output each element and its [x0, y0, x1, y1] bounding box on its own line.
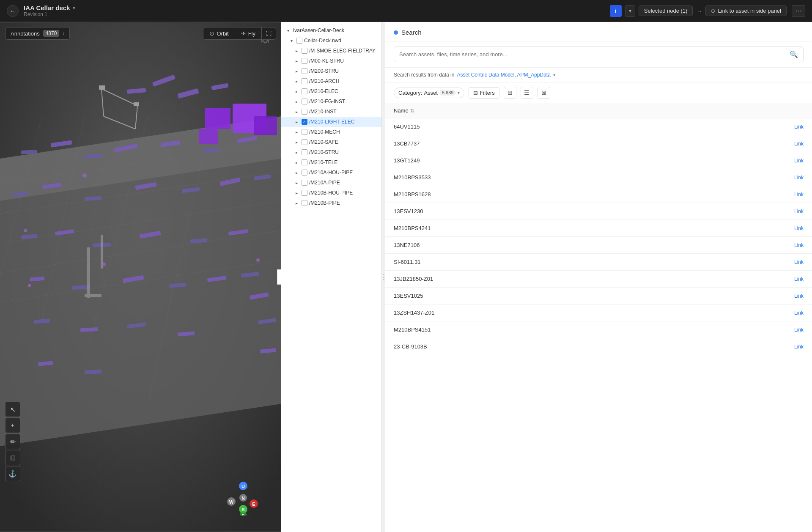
table-row-9[interactable]: 13JBZ1850-Z01 Link — [385, 271, 812, 288]
search-input[interactable] — [399, 51, 786, 58]
expand-icon[interactable]: ▸ — [293, 118, 300, 125]
tree-item-12[interactable]: ▸/M210-STRU — [281, 147, 381, 157]
tree-item-11[interactable]: ▸/M210-SAFE — [281, 137, 381, 147]
row-link-8[interactable]: Link — [778, 259, 804, 265]
checkbox[interactable] — [302, 99, 307, 104]
expand-icon[interactable]: ▸ — [293, 139, 300, 145]
tree-item-13[interactable]: ▸/M210-TELE — [281, 157, 381, 167]
tree-item-5[interactable]: ▸/M210-ARCH — [281, 76, 381, 86]
checkbox[interactable]: ✓ — [302, 119, 307, 125]
expand-icon[interactable]: ▸ — [293, 58, 300, 64]
tree-item-16[interactable]: ▸/M210B-HOU-PIPE — [281, 188, 381, 198]
expand-icon[interactable]: ▸ — [293, 68, 300, 74]
expand-icon[interactable]: ▸ — [293, 47, 300, 54]
expand-icon[interactable]: ▸ — [293, 149, 300, 156]
table-row-8[interactable]: SI-6011.31 Link — [385, 254, 812, 271]
checkbox[interactable] — [302, 109, 307, 115]
tree-item-17[interactable]: ▸/M210B-PIPE — [281, 198, 381, 208]
annotations-badge[interactable]: Annotations 4370 › — [5, 27, 70, 40]
fullscreen-button[interactable]: ⛶ — [262, 28, 276, 39]
table-row-3[interactable]: M210BPS3533 Link — [385, 169, 812, 186]
checkbox[interactable] — [302, 129, 307, 135]
tree-item-7[interactable]: ▸/M210-FG-INST — [281, 96, 381, 107]
tree-item-8[interactable]: ▸/M210-INST — [281, 107, 381, 117]
table-row-5[interactable]: 13ESV1230 Link — [385, 203, 812, 220]
table-row-7[interactable]: 13NE7106 Link — [385, 237, 812, 254]
checkbox[interactable] — [302, 149, 307, 155]
anchor-tool-button[interactable]: ⚓ — [5, 466, 20, 481]
row-link-1[interactable]: Link — [778, 141, 804, 147]
more-options-button[interactable]: ··· — [792, 5, 805, 17]
tree-item-14[interactable]: ▸/M210A-HOU-PIPE — [281, 167, 381, 178]
info-chevron-button[interactable]: ▾ — [625, 5, 635, 17]
checkbox[interactable] — [302, 139, 307, 145]
tree-item-1[interactable]: ▾Cellar-Deck.nwd — [281, 36, 381, 46]
category-filter-pill[interactable]: Category: Asset 5 689 ▾ — [394, 88, 464, 98]
info-button[interactable]: i — [610, 5, 622, 17]
view-grid-button[interactable]: ⊠ — [538, 87, 550, 99]
edit-tool-button[interactable]: ✏ — [5, 434, 20, 449]
checkbox[interactable] — [302, 58, 307, 64]
table-row-0[interactable]: 64UV1115 Link — [385, 118, 812, 135]
resize-handle[interactable] — [382, 22, 385, 532]
tree-item-3[interactable]: ▸/M00-KL-STRU — [281, 56, 381, 66]
checkbox[interactable] — [302, 78, 307, 84]
expand-icon[interactable]: ▸ — [293, 108, 300, 115]
row-link-4[interactable]: Link — [778, 192, 804, 197]
expand-icon[interactable]: ▸ — [293, 200, 300, 206]
table-row-13[interactable]: 23-CB-9103B Link — [385, 338, 812, 355]
tree-item-2[interactable]: ▸/M-SMOE-ELEC-FIELDTRAY — [281, 46, 381, 56]
expand-icon[interactable]: ▸ — [293, 129, 300, 135]
data-source-chevron-icon[interactable]: ▾ — [553, 72, 556, 78]
tree-item-6[interactable]: ▸/M210-ELEC — [281, 86, 381, 96]
checkbox[interactable] — [302, 180, 307, 186]
table-row-12[interactable]: M210BPS4151 Link — [385, 321, 812, 338]
3d-viewport[interactable]: Annotations 4370 › ⊙ Orbit ✈ Fly ⛶ — [0, 22, 281, 532]
row-link-10[interactable]: Link — [778, 293, 804, 299]
row-link-5[interactable]: Link — [778, 208, 804, 214]
expand-icon[interactable]: ▸ — [293, 88, 300, 95]
checkbox[interactable] — [296, 38, 302, 44]
tree-item-9[interactable]: ▸✓/M210-LIGHT-ELEC — [281, 117, 381, 127]
row-link-13[interactable]: Link — [778, 344, 804, 350]
expand-icon[interactable]: ▾ — [288, 37, 295, 44]
add-tool-button[interactable]: + — [5, 418, 20, 433]
link-asset-button[interactable]: ⊙ Link to asset in side panel — [705, 5, 787, 16]
tree-item-15[interactable]: ▸/M210A-PIPE — [281, 178, 381, 188]
expand-icon[interactable]: ▸ — [293, 189, 300, 196]
checkbox[interactable] — [302, 88, 307, 94]
checkbox[interactable] — [302, 48, 307, 54]
view-columns-button[interactable]: ⊞ — [504, 87, 516, 99]
row-link-7[interactable]: Link — [778, 242, 804, 248]
row-link-2[interactable]: Link — [778, 158, 804, 164]
orbit-button[interactable]: ⊙ Orbit — [203, 27, 235, 39]
title-dropdown-icon[interactable]: ▾ — [73, 5, 75, 11]
search-submit-icon[interactable]: 🔍 — [790, 50, 798, 58]
expand-icon[interactable]: ▾ — [285, 27, 291, 34]
checkbox[interactable] — [302, 170, 307, 176]
row-link-12[interactable]: Link — [778, 327, 804, 333]
row-link-11[interactable]: Link — [778, 310, 804, 316]
expand-icon[interactable]: ▸ — [293, 98, 300, 105]
tree-item-0[interactable]: ▾IvarAasen-Cellar-Deck — [281, 25, 381, 36]
fly-button[interactable]: ✈ Fly — [235, 27, 262, 39]
view-list-button[interactable]: ☰ — [521, 87, 533, 99]
expand-icon[interactable]: ▸ — [293, 78, 300, 85]
select-tool-button[interactable]: ↖ — [5, 402, 20, 417]
back-button[interactable]: ← — [7, 5, 19, 17]
measure-tool-button[interactable]: ⊡ — [5, 450, 20, 465]
expand-icon[interactable]: ▸ — [293, 169, 300, 176]
tree-item-4[interactable]: ▸/M200-STRU — [281, 66, 381, 76]
expand-icon[interactable]: ▸ — [293, 159, 300, 166]
table-row-2[interactable]: 13GT1249 Link — [385, 152, 812, 169]
data-source-link[interactable]: Asset Centric Data Model, APM_AppData — [457, 72, 550, 78]
expand-icon[interactable]: ▸ — [293, 179, 300, 186]
checkbox[interactable] — [302, 68, 307, 74]
row-link-0[interactable]: Link — [778, 124, 804, 130]
table-row-6[interactable]: M210BPS4241 Link — [385, 220, 812, 237]
collapse-viewport-button[interactable]: › — [277, 269, 281, 285]
row-link-6[interactable]: Link — [778, 225, 804, 231]
table-row-1[interactable]: 13CB7737 Link — [385, 135, 812, 152]
table-row-10[interactable]: 13ESV1025 Link — [385, 288, 812, 304]
checkbox[interactable] — [302, 159, 307, 165]
